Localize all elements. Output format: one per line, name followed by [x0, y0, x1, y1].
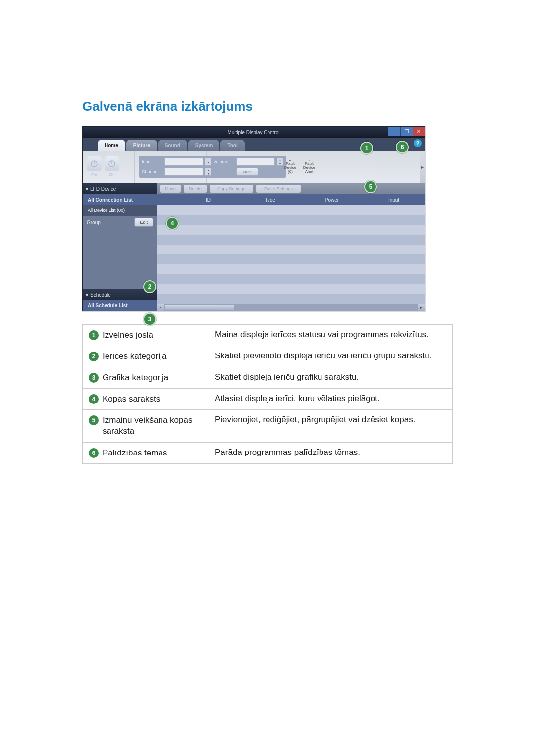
legend-row: 4 Kopas saraksts Atlasiet displeja ierīc… — [83, 389, 453, 410]
legend-row: 2 Ierīces kategorija Skatiet pievienoto … — [83, 346, 453, 367]
fault-alert-label: Fault Device Alert — [301, 162, 317, 174]
tab-system[interactable]: System — [188, 140, 220, 151]
fault-alert-icon[interactable]: Fault Device Alert — [301, 160, 317, 174]
table-row — [157, 245, 425, 254]
mute-button[interactable]: Mute — [236, 168, 258, 176]
power-icon — [90, 159, 99, 168]
col-id[interactable]: ID — [177, 194, 239, 205]
callout-4: 4 — [166, 217, 179, 230]
window-titlebar: Multiple Display Control – ❐ ✕ — [83, 127, 425, 138]
legend-label: Grafika kategorija — [103, 372, 168, 383]
legend-label: Ierīces kategorija — [103, 351, 166, 362]
legend-label: Izvēlnes josla — [103, 330, 153, 341]
window-title: Multiple Display Control — [227, 130, 279, 135]
copy-settings-button[interactable]: Copy Settings — [210, 185, 253, 193]
legend-row: 1 Izvēlnes josla Maina displeja ierīces … — [83, 325, 453, 346]
callout-6: 6 — [396, 141, 409, 153]
page-title: Galvenā ekrāna izkārtojums — [82, 99, 453, 114]
menu-bar: Home Picture Sound System Tool ? — [83, 138, 425, 151]
callout-3: 3 — [143, 313, 156, 326]
scroll-right-button[interactable]: ▸ — [418, 304, 425, 311]
grid-body[interactable] — [157, 205, 425, 304]
legend-description: Parāda programmas palīdzības tēmas. — [209, 442, 453, 463]
col-blank — [157, 194, 177, 205]
table-row — [157, 235, 425, 245]
legend-description: Skatiet pievienoto displeja ierīču vai i… — [209, 346, 453, 367]
move-button[interactable]: Move — [160, 185, 181, 193]
legend-badge: 5 — [89, 415, 99, 425]
table-row — [157, 225, 425, 235]
power-on-label: On — [91, 172, 97, 177]
input-channel-group: Input ▾ Channel ▴▾ — [139, 156, 214, 178]
help-button[interactable]: ? — [414, 139, 422, 147]
sidebar-lfd-device[interactable]: ▾ LFD Device — [83, 183, 157, 194]
scroll-left-button[interactable]: ◂ — [157, 304, 164, 311]
legend-badge: 6 — [89, 448, 99, 458]
table-row — [157, 274, 425, 284]
table-row — [157, 294, 425, 304]
app-screenshot: 1 6 5 4 2 3 Multiple Display Control – ❐… — [82, 126, 425, 311]
col-type[interactable]: Type — [239, 194, 301, 205]
sidebar-all-device-list[interactable]: All Device List (00) — [83, 205, 157, 216]
legend-badge: 1 — [89, 330, 99, 340]
tab-home[interactable]: Home — [98, 140, 125, 151]
minimize-button[interactable]: – — [388, 127, 400, 136]
tab-sound[interactable]: Sound — [158, 140, 187, 151]
volume-label: Volume — [214, 159, 234, 164]
legend-badge: 4 — [89, 394, 99, 404]
table-row — [157, 254, 425, 264]
scroll-thumb[interactable] — [165, 305, 234, 310]
ribbon: On Off Input ▾ Channel — [83, 151, 425, 183]
sidebar-all-connection[interactable]: All Connection List — [83, 194, 157, 205]
chevron-down-icon: ▾ — [86, 186, 88, 192]
legend-description: Maina displeja ierīces statusu vai progr… — [209, 325, 453, 346]
tab-tool[interactable]: Tool — [220, 140, 244, 151]
horizontal-scrollbar[interactable]: ◂ ▸ — [157, 304, 425, 311]
legend-description: Pievienojiet, rediģējiet, pārgrupējiet v… — [209, 410, 453, 442]
legend-description: Atlasiet displeja ierīci, kuru vēlaties … — [209, 389, 453, 410]
svg-rect-5 — [290, 160, 291, 161]
ribbon-expand-button[interactable]: ▸ — [420, 151, 425, 183]
content-area: Move Delete Copy Settings Paste Settings… — [157, 183, 425, 311]
volume-field[interactable] — [236, 158, 275, 166]
delete-button[interactable]: Delete — [184, 185, 207, 193]
callout-5: 5 — [364, 180, 377, 193]
col-input[interactable]: Input — [363, 194, 425, 205]
paste-settings-button[interactable]: Paste Settings — [256, 185, 301, 193]
sidebar-lfd-device-label: LFD Device — [90, 186, 116, 192]
power-icon — [107, 159, 116, 168]
volume-group: Volume ▴▾ Mute — [211, 156, 286, 178]
tab-picture[interactable]: Picture — [126, 140, 157, 151]
legend-row: 6 Palīdzības tēmas Parāda programmas pal… — [83, 442, 453, 463]
channel-field[interactable] — [164, 168, 203, 176]
set-toolbar: Move Delete Copy Settings Paste Settings — [157, 183, 425, 194]
col-power[interactable]: Power — [301, 194, 363, 205]
legend-badge: 2 — [89, 352, 99, 361]
legend-description: Skatiet displeja ierīču grafiku sarakstu… — [209, 367, 453, 389]
table-row — [157, 205, 425, 215]
table-row — [157, 264, 425, 274]
sidebar-schedule-label: Schedule — [90, 292, 111, 298]
chevron-down-icon: ▾ — [86, 292, 88, 298]
legend-table: 1 Izvēlnes josla Maina displeja ierīces … — [82, 324, 453, 464]
input-dropdown[interactable] — [164, 158, 203, 166]
sidebar-all-schedule[interactable]: All Schedule List — [83, 300, 157, 311]
legend-label: Palīdzības tēmas — [103, 448, 167, 458]
table-row — [157, 284, 425, 294]
sidebar-group-label: Group — [87, 220, 101, 225]
restore-button[interactable]: ❐ — [400, 127, 413, 136]
close-button[interactable]: ✕ — [413, 127, 425, 136]
fault-device-icon[interactable]: Fault Device (0) — [282, 160, 298, 174]
fault-device-label: Fault Device (0) — [282, 162, 298, 174]
grid-header: ID Type Power Input — [157, 194, 425, 205]
callout-2: 2 — [143, 280, 156, 293]
legend-label: Kopas saraksts — [103, 394, 160, 404]
channel-label: Channel — [142, 169, 162, 174]
power-on-button[interactable] — [87, 156, 102, 171]
callout-1: 1 — [360, 142, 373, 154]
legend-row: 3 Grafika kategorija Skatiet displeja ie… — [83, 367, 453, 389]
power-off-button[interactable] — [105, 156, 119, 171]
table-row — [157, 215, 425, 225]
power-off-label: Off — [109, 172, 115, 177]
edit-button[interactable]: Edit — [134, 218, 153, 227]
